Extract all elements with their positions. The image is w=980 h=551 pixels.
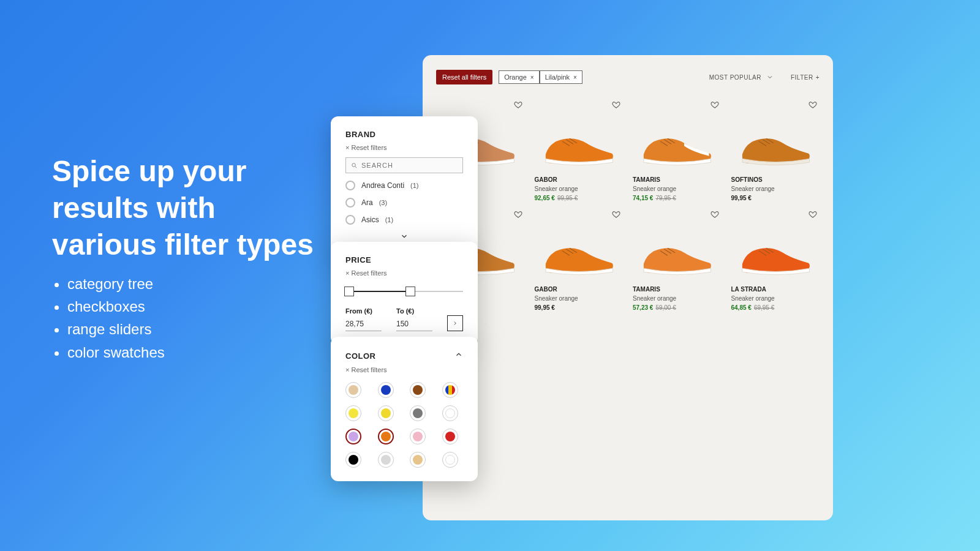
swatch-dot (413, 455, 423, 465)
price-to-value[interactable]: 150 (396, 317, 432, 331)
color-swatch-grey[interactable] (410, 405, 426, 421)
feature-bullet: range sliders (67, 318, 165, 340)
wishlist-heart-icon[interactable] (514, 210, 522, 219)
wishlist-heart-icon[interactable] (809, 100, 817, 109)
wishlist-heart-icon[interactable] (710, 210, 719, 219)
price-reset-filters[interactable]: Reset filters (345, 269, 463, 277)
color-reset-filters[interactable]: Reset filters (345, 366, 463, 373)
price-panel-title: PRICE (345, 255, 463, 264)
feature-bullets: category treecheckboxesrange sliderscolo… (67, 272, 165, 364)
color-swatch-red[interactable] (442, 429, 458, 444)
product-price: 92,65 €99,95 € (535, 195, 624, 201)
slider-handle-max[interactable] (405, 287, 415, 296)
product-brand: LA STRADA (731, 286, 820, 293)
color-swatch-multi[interactable] (442, 382, 458, 398)
swatch-dot (381, 385, 391, 395)
reset-all-filters-button[interactable]: Reset all filters (436, 70, 492, 84)
wishlist-heart-icon[interactable] (612, 210, 620, 219)
product-brand: GABOR (535, 176, 624, 183)
price-from-value[interactable]: 28,75 (345, 317, 382, 331)
color-swatch-blank[interactable] (442, 452, 458, 468)
color-filter-panel: COLOR Reset filters (331, 337, 478, 481)
product-price: 99,95 € (731, 195, 820, 201)
color-swatch-brown[interactable] (410, 382, 426, 398)
product-image (633, 98, 722, 171)
swatch-dot (381, 432, 391, 441)
headline-line-3: various filter types (52, 227, 314, 263)
results-toolbar: Reset all filters Orange×Lila/pink× MOST… (436, 70, 820, 84)
brand-option[interactable]: Andrea Conti (1) (345, 181, 463, 190)
marketing-headline: Spice up your results with various filte… (52, 153, 314, 263)
color-swatch-black[interactable] (345, 452, 361, 468)
chevron-right-icon (452, 320, 458, 326)
brand-option[interactable]: Asics (1) (345, 215, 463, 225)
product-name: Sneaker orange (633, 186, 722, 192)
product-image (535, 208, 624, 281)
wishlist-heart-icon[interactable] (809, 210, 817, 219)
brand-expand-button[interactable] (345, 232, 463, 241)
product-card[interactable]: SOFTINOS Sneaker orange 99,95 € (731, 98, 820, 201)
swatch-dot (413, 408, 423, 418)
brand-search-box[interactable] (345, 157, 463, 173)
product-card[interactable]: GABOR Sneaker orange 99,95 € (535, 208, 624, 311)
color-swatch-white[interactable] (442, 405, 458, 421)
color-swatch-grid (345, 382, 463, 468)
wishlist-heart-icon[interactable] (710, 100, 719, 109)
product-card[interactable]: TAMARIS Sneaker orange 57,23 €59,00 € (633, 208, 722, 311)
product-card[interactable]: LA STRADA Sneaker orange 64,85 €69,95 € (731, 208, 820, 311)
chevron-down-icon (766, 73, 774, 81)
brand-panel-title: BRAND (345, 130, 463, 139)
product-price: 64,85 €69,95 € (731, 304, 820, 311)
product-name: Sneaker orange (633, 295, 722, 302)
swatch-dot (349, 455, 358, 465)
swatch-dot (413, 385, 423, 395)
product-brand: TAMARIS (633, 286, 722, 293)
brand-search-input[interactable] (361, 162, 458, 169)
results-panel: Reset all filters Orange×Lila/pink× MOST… (423, 55, 833, 520)
product-name: Sneaker orange (535, 186, 624, 192)
color-swatch-beige[interactable] (345, 382, 361, 398)
swatch-dot (381, 408, 391, 418)
color-swatch-yellow1[interactable] (345, 405, 361, 421)
brand-option-count: (1) (410, 182, 418, 189)
product-image (535, 98, 624, 171)
slider-handle-min[interactable] (344, 287, 354, 296)
product-card[interactable]: GABOR Sneaker orange 92,65 €99,95 € (535, 98, 624, 201)
color-swatch-yellow2[interactable] (378, 405, 394, 421)
color-swatch-lightgrey[interactable] (378, 452, 394, 468)
brand-reset-filters[interactable]: Reset filters (345, 144, 463, 151)
color-swatch-pink[interactable] (410, 429, 426, 444)
brand-option-label: Andrea Conti (361, 181, 404, 190)
brand-option[interactable]: Ara (3) (345, 198, 463, 208)
feature-bullet: category tree (67, 272, 165, 295)
product-card[interactable]: TAMARIS Sneaker orange 74,15 €79,95 € (633, 98, 722, 201)
color-swatch-tan[interactable] (410, 452, 426, 468)
color-swatch-lilapink[interactable] (345, 429, 361, 444)
wishlist-heart-icon[interactable] (514, 100, 522, 109)
color-swatch-blue[interactable] (378, 382, 394, 398)
feature-bullet: checkboxes (67, 295, 165, 318)
price-apply-button[interactable] (447, 315, 463, 331)
wishlist-heart-icon[interactable] (612, 100, 620, 109)
color-collapse-button[interactable] (454, 350, 463, 361)
filter-chip[interactable]: Orange× (499, 70, 540, 84)
svg-point-24 (352, 163, 356, 167)
filter-chip[interactable]: Lila/pink× (540, 70, 582, 84)
radio-icon (345, 198, 355, 208)
headline-line-1: Spice up your (52, 153, 314, 190)
radio-icon (345, 181, 355, 190)
price-slider[interactable] (345, 285, 463, 298)
headline-line-2: results with (52, 190, 314, 227)
filter-label: FILTER (791, 74, 813, 81)
product-price: 57,23 €59,00 € (633, 304, 722, 311)
swatch-dot (445, 408, 455, 418)
filter-toggle[interactable]: FILTER + (791, 74, 820, 81)
search-icon (351, 162, 358, 169)
feature-bullet: color swatches (67, 341, 165, 364)
swatch-dot (349, 432, 358, 441)
sort-label: MOST POPULAR (709, 74, 761, 81)
swatch-dot (445, 432, 455, 441)
color-swatch-orange[interactable] (378, 429, 394, 444)
sort-dropdown[interactable]: MOST POPULAR (709, 73, 774, 81)
product-brand: GABOR (535, 286, 624, 293)
